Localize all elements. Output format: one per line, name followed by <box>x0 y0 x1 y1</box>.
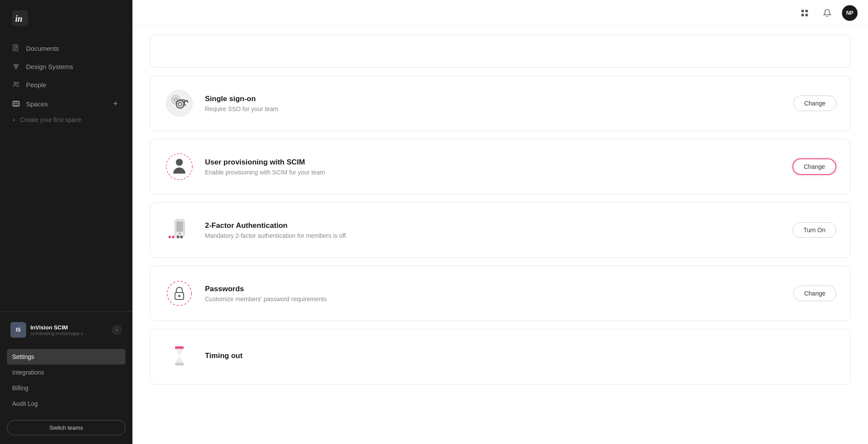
settings-menu: Settings Integrations Billing Audit Log <box>0 349 132 415</box>
menu-item-settings[interactable]: Settings <box>7 349 125 365</box>
sso-change-button[interactable]: Change <box>793 95 836 111</box>
svg-rect-13 <box>805 10 808 12</box>
team-dropdown-button[interactable] <box>112 325 122 335</box>
team-url: scimtesting.invisionapp.c... <box>30 331 107 336</box>
audit-log-label: Audit Log <box>12 400 38 407</box>
svg-point-4 <box>17 64 19 66</box>
sidebar-item-people[interactable]: People <box>0 76 132 94</box>
passwords-icon <box>164 278 195 309</box>
create-first-space-label: Create your first space <box>20 116 81 123</box>
svg-rect-33 <box>177 236 179 238</box>
scim-text: User provisioning with SCIM Enable provi… <box>205 158 782 176</box>
sso-action: Change <box>793 95 836 111</box>
2fa-text: 2-Factor Authentication Mandatory 2-fact… <box>205 221 782 239</box>
team-details: InVision SCIM scimtesting.invisionapp.c.… <box>30 324 107 336</box>
add-space-button[interactable]: + <box>111 99 120 109</box>
sso-description: Require SSO for your team <box>205 105 783 112</box>
team-avatar: IS <box>10 322 26 338</box>
spaces-section-header: Spaces + <box>0 94 132 114</box>
passwords-title: Passwords <box>205 285 783 293</box>
svg-point-26 <box>166 154 192 180</box>
sso-text: Single sign-on Require SSO for your team <box>205 95 783 112</box>
grid-view-button[interactable] <box>797 5 812 21</box>
sidebar-item-documents-label: Documents <box>26 45 59 52</box>
settings-label: Settings <box>12 353 34 360</box>
timing-out-icon <box>164 342 195 372</box>
menu-item-audit-log[interactable]: Audit Log <box>7 396 125 411</box>
sidebar-navigation: Documents Design Systems People <box>0 35 132 311</box>
plus-icon: + <box>12 116 16 123</box>
sidebar-item-people-label: People <box>26 81 46 89</box>
integrations-label: Integrations <box>12 369 44 376</box>
passwords-change-button[interactable]: Change <box>793 286 836 301</box>
sidebar-item-design-systems-label: Design Systems <box>26 63 73 70</box>
sidebar: in Documents Design Systems <box>0 0 132 444</box>
svg-rect-39 <box>175 363 184 365</box>
invision-logo-icon: in <box>12 10 28 26</box>
timing-out-title: Timing out <box>205 352 836 360</box>
switch-teams-button[interactable]: Switch teams <box>7 420 125 435</box>
svg-rect-34 <box>180 236 183 238</box>
scim-card: User provisioning with SCIM Enable provi… <box>150 139 851 194</box>
timing-out-text: Timing out <box>205 352 836 362</box>
spaces-icon <box>12 100 20 108</box>
scim-change-button[interactable]: Change <box>792 158 836 175</box>
svg-rect-15 <box>805 13 808 16</box>
svg-point-16 <box>166 90 192 116</box>
timing-out-card: Timing out <box>150 329 851 385</box>
grid-icon <box>800 9 809 17</box>
passwords-text: Passwords Customize members' password re… <box>205 285 783 303</box>
2fa-title: 2-Factor Authentication <box>205 221 782 230</box>
svg-point-9 <box>14 82 17 84</box>
chevron-down-icon <box>114 327 119 332</box>
sso-icon <box>164 88 195 118</box>
scim-description: Enable provisioning with SCIM for your t… <box>205 169 782 176</box>
svg-point-5 <box>15 67 17 69</box>
partial-settings-card <box>150 35 851 68</box>
svg-point-35 <box>167 281 191 306</box>
menu-item-integrations[interactable]: Integrations <box>7 365 125 380</box>
passwords-action: Change <box>793 286 836 301</box>
scim-title: User provisioning with SCIM <box>205 158 782 167</box>
sidebar-item-design-systems[interactable]: Design Systems <box>0 57 132 76</box>
team-section: IS InVision SCIM scimtesting.invisionapp… <box>0 311 132 349</box>
scim-action: Change <box>792 158 836 175</box>
2fa-action: Turn On <box>792 222 836 238</box>
sso-card: Single sign-on Require SSO for your team… <box>150 76 851 131</box>
logo[interactable]: in <box>0 0 132 35</box>
svg-point-27 <box>176 159 183 166</box>
sidebar-item-documents[interactable]: Documents <box>0 39 132 57</box>
svg-text:in: in <box>15 14 23 23</box>
spaces-label: Spaces <box>26 100 48 108</box>
people-icon <box>12 81 20 89</box>
svg-rect-38 <box>175 346 184 349</box>
svg-point-10 <box>17 82 19 84</box>
2fa-description: Mandatory 2-factor authentication for me… <box>205 232 782 239</box>
document-icon <box>12 44 20 52</box>
create-first-space-button[interactable]: + Create your first space <box>0 114 132 128</box>
team-name: InVision SCIM <box>30 324 107 331</box>
passwords-card: Passwords Customize members' password re… <box>150 266 851 321</box>
user-initials: NP <box>846 10 854 16</box>
svg-point-31 <box>168 236 171 238</box>
svg-rect-14 <box>802 13 804 16</box>
svg-point-37 <box>178 295 181 297</box>
design-systems-icon <box>12 62 20 70</box>
menu-item-billing[interactable]: Billing <box>7 380 125 396</box>
main-content: NP <box>132 0 868 444</box>
svg-point-3 <box>14 64 16 66</box>
2fa-card: 2-Factor Authentication Mandatory 2-fact… <box>150 202 851 258</box>
bell-icon <box>823 9 832 17</box>
sso-title: Single sign-on <box>205 95 783 103</box>
user-avatar-button[interactable]: NP <box>842 5 858 21</box>
notifications-button[interactable] <box>819 5 835 21</box>
svg-point-32 <box>172 236 175 238</box>
svg-rect-29 <box>176 221 183 232</box>
2fa-turn-on-button[interactable]: Turn On <box>792 222 836 238</box>
header: NP <box>132 0 868 26</box>
2fa-icon <box>164 215 195 245</box>
svg-point-30 <box>179 233 181 234</box>
passwords-description: Customize members' password requirements <box>205 296 783 303</box>
billing-label: Billing <box>12 385 28 391</box>
svg-rect-12 <box>802 10 804 12</box>
